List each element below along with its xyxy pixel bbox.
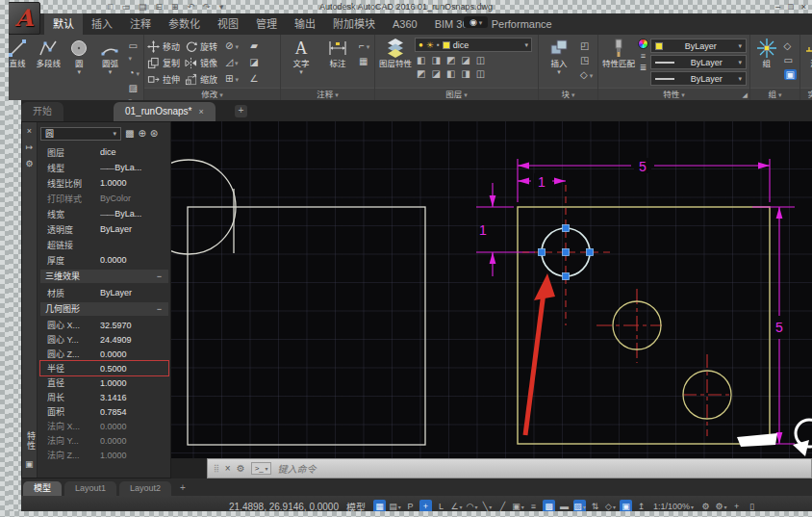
layer-tool-icon[interactable]: ◫	[476, 55, 485, 65]
text-button[interactable]: A 文字	[284, 37, 318, 74]
tab-layout2[interactable]: Layout2	[119, 481, 171, 496]
layer-tool-icon[interactable]: ◪	[431, 68, 440, 79]
layer-tool-icon[interactable]: ◨	[431, 55, 440, 65]
group-button[interactable]: 组	[753, 37, 780, 68]
property-row[interactable]: 透明度ByLayer	[40, 221, 168, 237]
property-row[interactable]: 厚度0.0000	[40, 252, 168, 268]
lineweight-dropdown[interactable]: ByLayer	[650, 71, 747, 86]
layer-tool-icon[interactable]: ◨	[461, 68, 469, 79]
circle-button[interactable]: 圆	[64, 37, 93, 74]
property-row[interactable]: 线型比例1.0000	[40, 175, 168, 191]
object-color-dropdown[interactable]: ByLayer	[650, 39, 747, 53]
ellipse-button[interactable]: ◔	[129, 67, 140, 79]
property-row[interactable]: 法向 X...0.0000	[40, 419, 168, 433]
dimension-button[interactable]: 标注	[320, 37, 355, 68]
ribbon-tab[interactable]: A360	[384, 13, 426, 35]
rectangle-button[interactable]: ▭	[129, 40, 140, 64]
rotate-button[interactable]: 旋转	[185, 39, 217, 55]
hatch-button[interactable]: ▨	[129, 83, 140, 100]
close-icon[interactable]: ×	[199, 102, 204, 121]
array-button[interactable]: ⊞	[222, 71, 241, 88]
arc-button[interactable]: 圆弧	[95, 37, 124, 74]
app-menu-button[interactable]: A	[8, 2, 40, 35]
property-row[interactable]: 圆心 Z...0.0000	[40, 347, 168, 361]
layer-tool-icon[interactable]: ◩	[417, 68, 425, 79]
palette-strip-icon[interactable]: ⚙	[25, 159, 33, 168]
layer-properties-button[interactable]: 图层特性	[378, 37, 413, 68]
property-row[interactable]: 超链接	[40, 237, 168, 252]
quick-select-icon[interactable]: ⊛	[150, 128, 158, 139]
ribbon-tab[interactable]: 附加模块	[324, 13, 384, 35]
section-geometry[interactable]: 几何图形	[40, 302, 168, 316]
new-drawing-button[interactable]: +	[235, 105, 247, 117]
close-command-icon[interactable]: ×	[225, 463, 231, 474]
dim-value-left[interactable]: 1	[479, 222, 487, 238]
3d-button[interactable]: ◪	[246, 55, 262, 71]
layer-tool-icon[interactable]: ◧	[417, 55, 425, 65]
property-row[interactable]: 图层dice	[40, 144, 168, 160]
file-tab-start[interactable]: 开始	[21, 102, 63, 121]
command-line[interactable]: ⣿ × ⚙ >_ 键入命令	[207, 458, 812, 478]
trim-button[interactable]: ⊘	[222, 39, 241, 55]
property-row[interactable]: 圆心 Y...24.4909	[40, 332, 168, 347]
ribbon-tab[interactable]: 输出	[286, 13, 324, 35]
tab-layout1[interactable]: Layout1	[64, 481, 116, 496]
layer-tool-icon[interactable]: ◩	[446, 55, 455, 65]
move-button[interactable]: 移动	[147, 39, 180, 55]
property-row[interactable]: 法向 Y...0.0000	[40, 433, 168, 448]
mirror-button[interactable]: 镜像	[185, 55, 217, 71]
command-prompt[interactable]: 键入命令	[277, 461, 316, 476]
match-properties-button[interactable]: 特性匹配	[601, 37, 636, 68]
panel-launcher-icon[interactable]: ◢	[743, 90, 748, 100]
insert-button[interactable]: 插入	[542, 37, 576, 74]
dim-value-top[interactable]: 5	[639, 159, 647, 174]
toggle-pickadd-icon[interactable]: ▩	[125, 128, 134, 139]
property-row[interactable]: 线型ByLa...	[40, 160, 168, 175]
fillet-button[interactable]: ◿	[222, 55, 241, 71]
record-button[interactable]: ◉	[464, 16, 488, 28]
group-selection-toggle[interactable]: ▣	[784, 69, 797, 80]
property-row[interactable]: 打印样式ByColor	[40, 191, 168, 206]
window-control-icon[interactable]: –	[775, 1, 780, 13]
measure-button[interactable]: 测	[803, 37, 812, 68]
property-row[interactable]: 周长3.1416	[40, 390, 168, 404]
layer-dropdown[interactable]: ● ☀ ▪ dice	[415, 38, 532, 52]
palette-strip-icon[interactable]: ×	[27, 126, 32, 136]
dim-value-right[interactable]: 5	[775, 320, 783, 335]
file-tab-active[interactable]: 01_runOsnaps*×	[114, 102, 216, 121]
dim-value-inner[interactable]: 1	[538, 174, 546, 190]
group-edit-button[interactable]: ▭	[784, 55, 797, 65]
linetype-dropdown[interactable]: ByLayer	[650, 55, 747, 69]
property-row[interactable]: 半径0.5000	[40, 361, 168, 375]
ribbon-tab[interactable]: 参数化	[160, 13, 209, 35]
create-block-button[interactable]: ◰	[580, 40, 593, 51]
ribbon-tab[interactable]: 视图	[209, 13, 247, 35]
customize-wrench-icon[interactable]: ⚙	[237, 463, 245, 474]
chamfer-button[interactable]: ∠	[246, 71, 262, 88]
ribbon-tab[interactable]: Performance	[483, 13, 561, 35]
window-control-icon[interactable]: □	[788, 1, 793, 13]
ribbon-tab[interactable]: 默认	[44, 13, 83, 35]
lineweight-list-icon[interactable]: ≣	[640, 64, 647, 72]
ribbon-tab[interactable]: 注释	[121, 13, 160, 35]
panel-label-block[interactable]: 块	[539, 88, 597, 100]
property-row[interactable]: 线宽ByLa...	[40, 206, 168, 221]
new-layout-button[interactable]: +	[174, 481, 191, 496]
property-row[interactable]: 圆心 X...32.5970	[40, 318, 168, 332]
edit-block-button[interactable]: ◳	[580, 55, 593, 65]
window-control-icon[interactable]: ×	[801, 1, 806, 13]
panel-label-utilities[interactable]: 实	[800, 88, 812, 100]
tab-model[interactable]: 模型	[23, 481, 62, 496]
property-row[interactable]: 直径1.0000	[40, 375, 168, 390]
block-attributes-button[interactable]: ◇	[580, 69, 593, 81]
drawing-area[interactable]: 5 1 1 5	[171, 121, 812, 458]
panel-label-group[interactable]: 组	[750, 88, 799, 100]
linetype-list-icon[interactable]: ≡	[641, 52, 646, 61]
drag-handle-icon[interactable]: ⣿	[214, 464, 219, 473]
panel-label-layers[interactable]: 图层	[375, 88, 538, 100]
object-type-selector[interactable]: 圆	[40, 127, 121, 141]
layer-tool-icon[interactable]: ◪	[461, 55, 469, 65]
property-row[interactable]: 材质ByLayer	[40, 285, 168, 300]
ribbon-tab[interactable]: 插入	[83, 13, 121, 35]
property-row[interactable]: 面积0.7854	[40, 404, 168, 419]
